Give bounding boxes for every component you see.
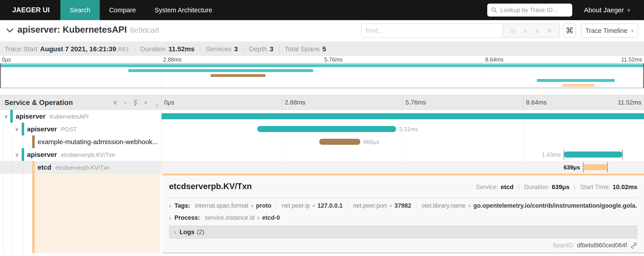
about-jaeger-menu[interactable]: About Jaeger ∨ (584, 6, 630, 14)
find-input[interactable] (361, 24, 503, 38)
span-color-bar (10, 110, 13, 123)
logs-accordion[interactable]: › Logs (2) (169, 225, 637, 238)
span-color-bar (32, 161, 35, 174)
tags-label: Tags: (174, 202, 190, 209)
chevron-right-icon: › (174, 229, 176, 235)
span-row-etcd-txn-selected[interactable]: etcdetcdserverpb.KV/Txn 639μs (0, 161, 644, 174)
span-operation: POST (61, 126, 77, 133)
tick-label: 5.76ms (406, 99, 426, 106)
span-color-bar (32, 135, 35, 148)
collapse-span-chevron-icon[interactable]: ∨ (15, 126, 19, 132)
tags-row[interactable]: › Tags: internal.span.format=proto net.p… (169, 202, 637, 209)
nav-tab-system-architecture[interactable]: System Architecture (145, 0, 222, 20)
tag-value: 127.0.0.1 (318, 202, 343, 209)
jaeger-trace-page: JAEGER UI Search Compare System Architec… (0, 0, 644, 256)
nav-tab-search[interactable]: Search (60, 0, 100, 20)
span-color-bar (22, 123, 24, 135)
service-operation-title: Service & Operation (4, 98, 73, 107)
span-row-webhook[interactable]: example-mutating-admission-webhook... 96… (0, 135, 644, 148)
span-duration-bar[interactable] (162, 113, 644, 119)
collapse-one-icon[interactable]: ∨ (113, 99, 118, 106)
view-range-right-scrubber[interactable] (643, 64, 644, 88)
trace-minimap[interactable] (0, 63, 644, 88)
minimap-span-bar (537, 79, 615, 82)
timeline-header: Service & Operation ∨ › ∨∨ » ‖ 0μs 2.88m… (0, 95, 644, 110)
logs-label: Logs (180, 228, 194, 236)
trace-view-selector[interactable]: Trace Timeline ∨ (581, 24, 638, 38)
detail-divider (169, 197, 637, 198)
find-next-icon[interactable]: ∨ (535, 27, 540, 35)
trace-start-item: Trace Start August 7 2021, 16:21:39 .661 (4, 45, 129, 53)
tick-label: 2.88ms (285, 99, 306, 106)
span-row-apiserver-etcd-txn[interactable]: ∨ apiserveretcdserverpb.KV/Txn 1.43ms (0, 148, 644, 161)
spanid-label: SpanID: (552, 242, 574, 249)
services-item: Services 3 (200, 45, 238, 53)
process-row[interactable]: › Process: service.instance.id=etcd-0 (169, 214, 637, 221)
span-detail-left-strip (0, 174, 162, 253)
keyboard-shortcuts-button[interactable]: ⌘ (563, 24, 576, 38)
span-duration-bar[interactable] (583, 164, 607, 170)
spanid-value: dfbebd960ced064f (577, 242, 627, 249)
trace-title: apiserver: KubernetesAPI8e9dca8 (18, 25, 159, 35)
view-range-left-scrubber[interactable] (0, 64, 1, 88)
collapse-trace-chevron-icon[interactable] (6, 27, 14, 34)
minimap-span-bar (128, 69, 313, 72)
span-detail-accent-bar (162, 174, 644, 175)
chevron-right-icon: › (169, 215, 171, 221)
find-controls: ◎ ∧ ∨ ✕ (503, 24, 560, 38)
span-service: apiserver (27, 125, 57, 133)
tag-value: proto (256, 202, 272, 209)
minimap-gridline (483, 64, 483, 88)
tick-label: 11.52ms (621, 56, 642, 63)
span-operation: KubernetesAPI (50, 113, 88, 120)
trace-id: 8e9dca8 (130, 26, 159, 34)
tick-label: 2.88ms (163, 56, 182, 63)
nav-right-group: About Jaeger ∨ (487, 0, 644, 20)
command-icon: ⌘ (566, 26, 574, 35)
nav-tab-compare[interactable]: Compare (100, 0, 145, 20)
span-duration-bar[interactable] (564, 151, 622, 158)
span-row-apiserver-kubernetesapi[interactable]: ∨ apiserverKubernetesAPI (0, 110, 644, 123)
process-key: service.instance.id (205, 214, 254, 221)
span-row-apiserver-post[interactable]: ∨ apiserverPOST 3.31ms (0, 123, 644, 135)
tree-guide-line (3, 148, 3, 161)
header-gridline (282, 95, 282, 110)
tree-guide-line (3, 174, 3, 253)
collapse-span-chevron-icon[interactable]: ∨ (4, 113, 8, 119)
trace-lookup-input[interactable] (500, 7, 569, 14)
collapse-all-icon[interactable]: ∨∨ (133, 99, 137, 106)
span-service-value: etcd (501, 183, 514, 191)
locate-icon[interactable]: ◎ (510, 27, 516, 35)
trace-lookup-box[interactable] (487, 4, 572, 17)
tag-key: otel.library.name (422, 202, 466, 209)
find-bar: ◎ ∧ ∨ ✕ (361, 24, 560, 38)
span-duration-bar[interactable] (258, 126, 396, 132)
tree-guide-line (12, 148, 12, 161)
find-clear-icon[interactable]: ✕ (547, 27, 552, 35)
tree-guide-line (23, 161, 23, 174)
expand-one-icon[interactable]: › (124, 99, 126, 106)
link-icon[interactable] (630, 242, 637, 249)
find-prev-icon[interactable]: ∧ (523, 27, 528, 35)
app-brand: JAEGER UI (0, 0, 60, 20)
tree-guide-line (23, 174, 23, 253)
span-operation: etcdserverpb.KV/Txn (61, 151, 115, 158)
span-service: etcd (38, 164, 52, 171)
logs-count: (2) (197, 228, 204, 236)
chevron-down-icon: ∨ (627, 7, 630, 13)
collapse-controls: ∨ › ∨∨ » (113, 95, 147, 110)
minimap-span-bar (0, 64, 644, 67)
tree-guide-line (12, 174, 12, 253)
span-duration-value: 639μs (552, 183, 569, 191)
span-duration-label: 639μs (564, 164, 580, 171)
collapse-span-chevron-icon[interactable]: ∨ (15, 151, 19, 158)
column-resize-grip[interactable]: ‖ (156, 103, 158, 109)
minimap-tick-labels: 0μs 2.88ms 5.76ms 8.64ms 11.52ms (0, 56, 644, 63)
expand-all-icon[interactable]: » (144, 99, 148, 106)
minimap-gridline (322, 64, 322, 88)
span-start-value: 10.02ms (612, 183, 637, 191)
tree-guide-line (3, 123, 3, 135)
span-duration-bar[interactable] (319, 139, 360, 145)
top-nav: JAEGER UI Search Compare System Architec… (0, 0, 644, 20)
tree-guide-line (12, 161, 12, 174)
